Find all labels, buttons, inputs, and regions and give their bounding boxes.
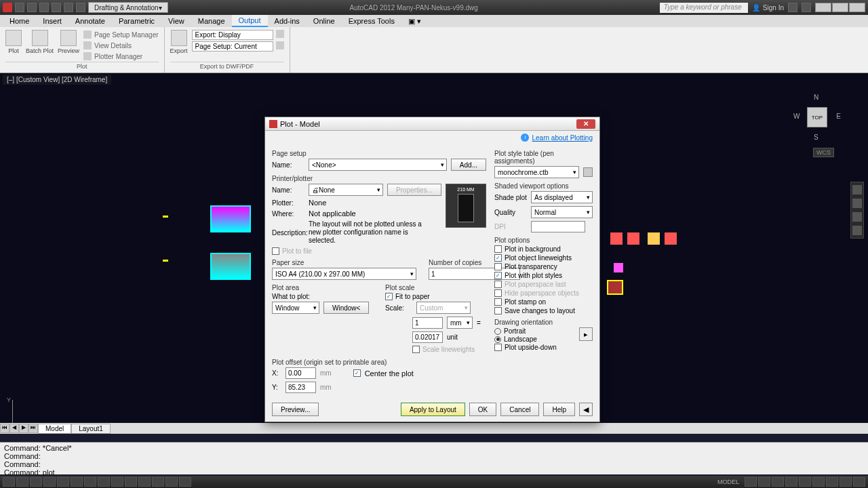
tab-first-icon[interactable]: ⏮ xyxy=(0,424,9,433)
tab-last-icon[interactable]: ⏭ xyxy=(28,424,38,433)
sb-polar-icon[interactable] xyxy=(43,477,56,487)
plot-upside-down-checkbox[interactable] xyxy=(494,344,502,351)
qat-undo-icon[interactable] xyxy=(52,3,61,12)
offset-y-input[interactable] xyxy=(285,382,316,393)
sb-am-icon[interactable] xyxy=(179,477,191,487)
maximize-button[interactable]: ▢ xyxy=(832,3,848,12)
search-input[interactable]: Type a keyword or phrase xyxy=(660,3,748,13)
sb-scale-icon[interactable] xyxy=(772,477,784,487)
workspace-dropdown[interactable]: Drafting & Annotation ▾ xyxy=(88,2,168,13)
dialog-close-button[interactable]: ✕ xyxy=(576,119,595,129)
sb-otrack-icon[interactable] xyxy=(84,477,96,487)
plotter-manager-button[interactable]: Plotter Manager xyxy=(83,52,159,61)
portrait-radio[interactable] xyxy=(494,328,501,335)
batch-plot-button[interactable]: Batch Plot xyxy=(26,30,54,54)
orbit-icon[interactable] xyxy=(852,226,862,235)
wheel-icon[interactable] xyxy=(852,185,862,195)
tab-annotate[interactable]: Annotate xyxy=(68,16,112,26)
sb-hardware-icon[interactable] xyxy=(826,477,838,487)
sb-tpy-icon[interactable] xyxy=(138,477,151,487)
sb-model-label[interactable]: MODEL xyxy=(713,479,743,485)
sb-workspace-icon[interactable] xyxy=(799,477,811,487)
sb-ortho-icon[interactable] xyxy=(30,477,42,487)
tab-view[interactable]: View xyxy=(161,16,191,26)
page-setup-manager-button[interactable]: Page Setup Manager xyxy=(83,30,159,39)
plot-styles-checkbox[interactable]: ✓ xyxy=(494,272,502,279)
close-button[interactable]: ✕ xyxy=(849,3,865,12)
dialog-titlebar[interactable]: Plot - Model ✕ xyxy=(265,117,599,131)
quality-combo[interactable]: Normal xyxy=(531,206,593,218)
qat-print-icon[interactable] xyxy=(76,3,85,12)
sb-quick-icon[interactable] xyxy=(758,477,770,487)
scale-value2-input[interactable] xyxy=(412,331,443,343)
scale-value1-input[interactable] xyxy=(412,317,443,329)
tab-home[interactable]: Home xyxy=(3,16,36,26)
view-details-button[interactable]: View Details xyxy=(83,41,159,50)
help-button[interactable]: Help xyxy=(543,403,575,416)
learn-about-plotting-link[interactable]: Learn about Plotting xyxy=(532,134,593,142)
sb-dyn-icon[interactable] xyxy=(111,477,123,487)
tab-express[interactable]: Express Tools xyxy=(342,16,401,26)
tab-insert[interactable]: Insert xyxy=(36,16,68,26)
help-icon[interactable] xyxy=(802,3,811,12)
qat-new-icon[interactable] xyxy=(15,3,24,12)
printer-properties-button[interactable]: Properties... xyxy=(387,184,441,196)
sb-grid-icon[interactable] xyxy=(16,477,28,487)
viewcube-south[interactable]: S xyxy=(814,134,818,141)
window-select-button[interactable]: Window< xyxy=(323,302,369,314)
plot-stamp-checkbox[interactable] xyxy=(494,298,502,306)
plot-transparency-checkbox[interactable] xyxy=(494,263,502,270)
plot-lineweights-checkbox[interactable]: ✓ xyxy=(494,254,502,262)
landscape-radio[interactable] xyxy=(494,336,501,343)
app-icon[interactable] xyxy=(3,3,12,12)
viewcube-top-face[interactable]: TOP xyxy=(807,107,827,127)
preview-button[interactable]: Preview... xyxy=(272,403,319,416)
dropdown-icon[interactable] xyxy=(276,30,284,38)
sb-qp-icon[interactable] xyxy=(152,477,164,487)
viewcube-north[interactable]: N xyxy=(814,94,818,101)
sb-lock-icon[interactable] xyxy=(812,477,825,487)
dropdown-icon[interactable] xyxy=(276,41,284,49)
tab-layout1[interactable]: Layout1 xyxy=(71,424,111,434)
minimize-button[interactable]: — xyxy=(815,3,831,12)
ok-button[interactable]: OK xyxy=(469,403,496,416)
viewcube-east[interactable]: E xyxy=(836,113,841,120)
collapse-dialog-button[interactable]: ◀ xyxy=(579,403,593,416)
tab-next-icon[interactable]: ▶ xyxy=(19,424,28,433)
save-changes-checkbox[interactable] xyxy=(494,307,502,314)
cancel-button[interactable]: Cancel xyxy=(500,403,539,416)
tab-addins[interactable]: Add-ins xyxy=(268,16,307,26)
center-plot-checkbox[interactable]: ✓ xyxy=(353,369,361,377)
sb-layout-icon[interactable] xyxy=(745,477,757,487)
tab-output[interactable]: Output xyxy=(232,15,268,27)
qat-redo-icon[interactable] xyxy=(64,3,73,12)
qat-save-icon[interactable] xyxy=(39,3,49,12)
viewcube[interactable]: TOP N S E W xyxy=(793,94,841,141)
copies-spinner[interactable] xyxy=(429,268,459,280)
sb-ducs-icon[interactable] xyxy=(98,477,110,487)
tab-parametric[interactable]: Parametric xyxy=(112,16,161,26)
apply-to-layout-button[interactable]: Apply to Layout xyxy=(401,403,465,416)
sb-3dosnap-icon[interactable] xyxy=(71,477,83,487)
page-setup-dropdown[interactable]: Page Setup: Current xyxy=(192,41,273,52)
offset-x-input[interactable] xyxy=(285,367,316,379)
sb-sc-icon[interactable] xyxy=(165,477,178,487)
export-display-dropdown[interactable]: Export: Display xyxy=(192,30,273,40)
paper-size-combo[interactable]: ISO A4 (210.00 x 297.00 MM) xyxy=(272,268,416,280)
scale-unit1-combo[interactable]: mm xyxy=(447,317,473,329)
exchange-icon[interactable] xyxy=(788,3,797,12)
sb-snap-icon[interactable] xyxy=(3,477,15,487)
export-button[interactable]: Export xyxy=(170,30,188,54)
qat-open-icon[interactable] xyxy=(27,3,37,12)
tab-model[interactable]: Model xyxy=(38,424,71,434)
viewport-label[interactable]: [–] [Custom View] [2D Wireframe] xyxy=(3,75,111,85)
add-page-setup-button[interactable]: Add... xyxy=(451,159,486,171)
plot-button[interactable]: Plot xyxy=(5,30,22,54)
sb-isolate-icon[interactable] xyxy=(840,477,852,487)
printer-name-combo[interactable]: 🖨 None xyxy=(309,184,383,196)
plot-background-checkbox[interactable] xyxy=(494,245,502,253)
ribbon-minimize-icon[interactable]: ▣ ▾ xyxy=(401,16,428,27)
preview-button[interactable]: Preview xyxy=(58,30,79,54)
sign-in-link[interactable]: Sign In xyxy=(763,4,784,12)
pan-icon[interactable] xyxy=(852,199,862,208)
